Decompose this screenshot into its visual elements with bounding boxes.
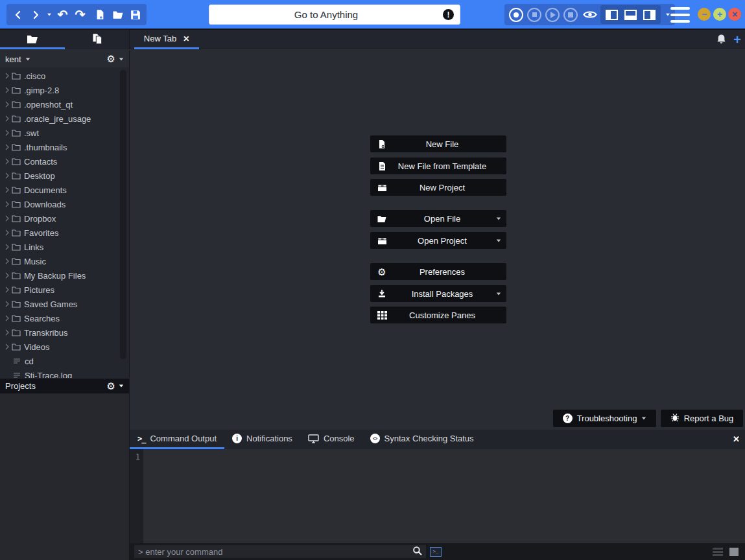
troubleshooting-label: Troubleshooting [577, 414, 637, 423]
tree-item-videos[interactable]: Videos [0, 340, 129, 354]
save-macro-button[interactable] [563, 8, 578, 22]
dropdown-caret-icon[interactable] [497, 217, 501, 220]
command-bar: >_ [130, 543, 745, 560]
start-button-open-file[interactable]: Open File [370, 210, 506, 227]
start-button-new-file-from-template[interactable]: New File from Template [370, 158, 506, 174]
sidebar-tab-places[interactable] [0, 30, 65, 49]
projects-settings-button[interactable]: ⚙ [107, 380, 124, 392]
tree-item-transkribus[interactable]: Transkribus [0, 325, 129, 340]
folder-icon [12, 100, 21, 108]
output-lines-icon[interactable] [713, 548, 723, 556]
terminal-toggle-button[interactable]: >_ [430, 547, 442, 557]
redo-button[interactable]: ↷ [71, 6, 89, 23]
unified-menu-button[interactable] [670, 7, 690, 23]
tree-item-cd[interactable]: cd [0, 354, 129, 368]
new-tab-button[interactable]: + [733, 33, 741, 46]
folder-icon [12, 186, 21, 194]
toggle-right-pane-button[interactable] [643, 10, 656, 20]
places-settings-button[interactable]: ⚙ [107, 53, 124, 65]
dropdown-caret-icon[interactable] [497, 292, 501, 295]
undo-button[interactable]: ↶ [54, 6, 71, 23]
start-button-preferences[interactable]: ⚙Preferences [370, 263, 506, 280]
expand-chevron-icon [5, 158, 10, 165]
tab-close-icon[interactable]: ✕ [183, 34, 189, 43]
start-button-customize-panes[interactable]: Customize Panes [370, 307, 506, 323]
tree-item-my-backup-files[interactable]: My Backup Files [0, 268, 129, 283]
folder-dropdown-caret[interactable] [25, 58, 29, 60]
alert-icon[interactable]: ! [443, 9, 454, 20]
expand-chevron-icon [5, 187, 10, 193]
bottom-tab-notifications[interactable]: iNotifications [224, 430, 300, 449]
bottom-tab-command-output[interactable]: >_Command Output [130, 430, 224, 449]
maximize-button[interactable]: + [713, 8, 726, 21]
tree-item-contacts[interactable]: Contacts [0, 154, 129, 169]
tab-new-tab[interactable]: New Tab ✕ [134, 30, 199, 49]
tree-item-oracle-jre-usage[interactable]: .oracle_jre_usage [0, 111, 129, 126]
projects-header: Projects ⚙ [0, 379, 130, 393]
new-file-button[interactable] [91, 6, 109, 23]
search-icon[interactable] [412, 546, 422, 558]
save-button[interactable] [126, 6, 144, 23]
go-to-anything-input[interactable] [209, 9, 443, 20]
expand-chevron-icon [5, 172, 10, 179]
play-macro-button[interactable] [545, 8, 560, 22]
troubleshooting-button[interactable]: ? Troubleshooting [553, 410, 656, 427]
tree-item-openshot-qt[interactable]: .openshot_qt [0, 97, 129, 111]
tree-item-music[interactable]: Music [0, 254, 129, 268]
file-icon [13, 372, 21, 379]
tree-item-favorites[interactable]: Favorites [0, 226, 129, 240]
forward-button[interactable] [27, 6, 44, 23]
expand-chevron-icon [5, 286, 10, 293]
panel-square-icon[interactable] [729, 548, 739, 556]
sidebar-tab-files[interactable] [65, 30, 130, 49]
bottom-panel-close-icon[interactable]: ✕ [733, 434, 740, 444]
tree-scrollbar[interactable] [120, 70, 126, 359]
toggle-left-pane-button[interactable] [606, 10, 618, 20]
tree-item-swt[interactable]: .swt [0, 126, 129, 140]
bottom-tab-console[interactable]: Console [300, 430, 362, 449]
tree-item-links[interactable]: Links [0, 240, 129, 254]
tree-item-downloads[interactable]: Downloads [0, 197, 129, 211]
tree-item-pictures[interactable]: Pictures [0, 283, 129, 297]
tree-item-desktop[interactable]: Desktop [0, 169, 129, 183]
tree-item-documents[interactable]: Documents [0, 183, 129, 197]
tree-item-thumbnails[interactable]: .thumbnails [0, 140, 129, 154]
stop-macro-button[interactable] [527, 8, 541, 22]
tree-item-dropbox[interactable]: Dropbox [0, 211, 129, 226]
tree-item-label: Videos [24, 342, 50, 352]
current-folder-label[interactable]: kent [5, 54, 21, 64]
tree-item-gimp-2-8[interactable]: .gimp-2.8 [0, 83, 129, 97]
history-dropdown-caret[interactable] [44, 6, 54, 23]
folder-icon [12, 200, 21, 208]
folder-icon [12, 286, 21, 294]
tree-item-cisco[interactable]: .cisco [0, 69, 129, 83]
preview-button[interactable] [581, 6, 598, 23]
record-macro-button[interactable] [509, 8, 523, 22]
report-bug-button[interactable]: Report a Bug [661, 410, 743, 427]
dropdown-caret-icon[interactable] [497, 239, 501, 242]
command-input[interactable] [138, 547, 412, 557]
back-button[interactable] [9, 6, 27, 23]
close-window-button[interactable]: × [728, 8, 741, 21]
start-button-new-project[interactable]: New Project [370, 179, 506, 196]
tree-item-searches[interactable]: Searches [0, 311, 129, 325]
troubleshooting-caret-icon [642, 417, 646, 420]
command-output-pane[interactable]: 1 [130, 449, 745, 543]
tree-item-label: .oracle_jre_usage [24, 114, 91, 124]
start-button-open-project[interactable]: Open Project [370, 232, 506, 249]
sidebar-tabbar [0, 30, 130, 49]
toggle-bottom-pane-button[interactable] [624, 10, 637, 20]
projects-pane [0, 393, 130, 560]
start-button-label: New File from Template [388, 161, 496, 171]
folder-icon [12, 243, 21, 251]
start-button-install-packages[interactable]: Install Packages [370, 285, 506, 302]
tree-item-sti-trace-log[interactable]: Sti-Trace.log [0, 368, 129, 378]
tree-item-label: Documents [24, 185, 67, 195]
start-button-new-file[interactable]: New File [370, 135, 506, 152]
main-toolbar: ↶ ↷ ! − + × [0, 0, 745, 30]
bottom-tab-syntax-checking-status[interactable]: <>Syntax Checking Status [362, 430, 482, 449]
open-file-button[interactable] [109, 6, 126, 23]
tree-item-saved-games[interactable]: Saved Games [0, 297, 129, 311]
minimize-button[interactable]: − [698, 8, 711, 21]
bell-icon[interactable] [716, 34, 727, 46]
